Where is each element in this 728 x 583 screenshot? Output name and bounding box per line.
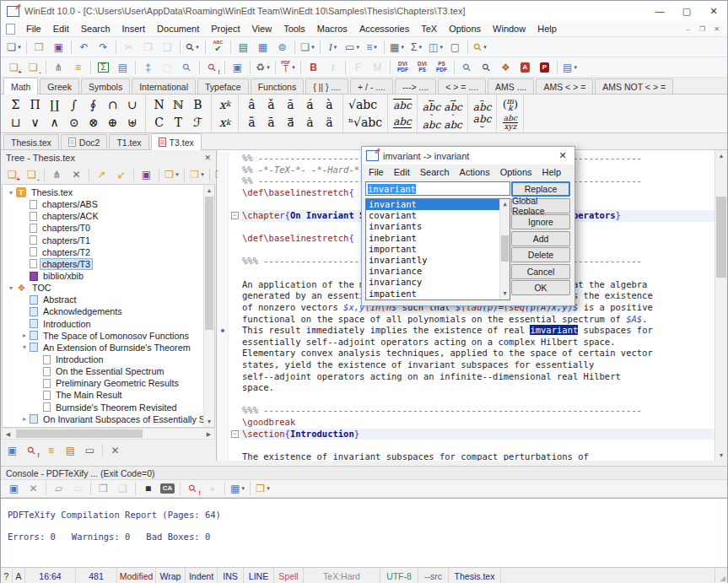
wrap-flag[interactable]: Wrap: [156, 568, 186, 583]
tree-item[interactable]: chapters/T0: [3, 222, 203, 234]
scroll-down-icon[interactable]: ▼: [715, 450, 727, 461]
scroll-down-icon[interactable]: ▼: [500, 289, 510, 300]
tree-horizontal-scrollbar[interactable]: ◀ ▶: [2, 428, 215, 440]
insert-list-button[interactable]: ≡▾: [363, 39, 380, 56]
tree-item[interactable]: ▸On Invariant Subspaces of Essentially S…: [3, 413, 203, 425]
editor-line[interactable]: ◆This result immediately implies the exi…: [218, 325, 715, 337]
panel-gather-button[interactable]: ≡: [42, 442, 60, 459]
symbol-button[interactable]: ã: [242, 116, 262, 128]
tree-remove-document-button[interactable]: ❏-: [23, 166, 40, 183]
menu-edit[interactable]: Edit: [47, 21, 75, 36]
save-button[interactable]: ▣: [50, 39, 67, 56]
tree-item[interactable]: Introduction: [3, 318, 203, 330]
replacement-input[interactable]: invariant: [365, 181, 510, 196]
symbol-button[interactable]: ä: [320, 116, 339, 128]
chevron-right-icon[interactable]: ▸: [19, 332, 30, 339]
tree-item[interactable]: chapters/T1: [3, 235, 203, 246]
symbol-button[interactable]: ∐: [45, 99, 64, 111]
tex-mode[interactable]: TeX:Hard: [304, 568, 380, 583]
texify-button[interactable]: Σ: [94, 59, 112, 76]
editor-line[interactable]: space.: [218, 382, 715, 394]
panel-graphics-button[interactable]: ▤: [62, 442, 79, 459]
editor-line[interactable]: [218, 394, 715, 406]
symbol-button[interactable]: ˆabc: [442, 116, 464, 129]
insert-matrix-button[interactable]: ▦▾: [388, 39, 406, 56]
symbol-button[interactable]: xk: [215, 99, 235, 111]
caret-position[interactable]: 16:64: [25, 568, 76, 583]
tree-vertical-scrollbar[interactable]: ▲ ▼: [203, 185, 214, 427]
graphics-options-dropdown-icon[interactable]: ▾: [574, 64, 577, 71]
editor-line[interactable]: The existence of invariant subspaces for…: [218, 451, 715, 461]
suggestion-scroll-thumb[interactable]: [501, 235, 509, 262]
console-folder-button[interactable]: ❒▾: [254, 480, 272, 497]
symbol-tab-8[interactable]: + / - ....: [350, 78, 393, 94]
make-index-button[interactable]: ‡: [139, 59, 157, 76]
suggestion-item[interactable]: invariance: [366, 266, 510, 277]
tree-item[interactable]: ▸The Space of Lomonosov Functions: [3, 330, 203, 342]
insert-environment-button[interactable]: ▭▾: [343, 39, 361, 56]
italic-button[interactable]: I: [324, 59, 342, 76]
tree-expand-all-button[interactable]: ↗: [93, 166, 111, 183]
suggestion-item[interactable]: inebriant: [366, 233, 510, 244]
symbol-button[interactable]: Π: [25, 99, 45, 111]
document-mode-button[interactable]: ❏▾: [299, 39, 316, 56]
symbol-tab-11[interactable]: AMS ....: [488, 78, 534, 94]
add-button[interactable]: Add: [511, 231, 570, 246]
chevron-right-icon[interactable]: ▸: [19, 415, 30, 423]
panel-preview-button[interactable]: ▣: [3, 442, 21, 459]
footnote-button[interactable]: F: [349, 59, 367, 76]
mdi-restore-button[interactable]: ❐: [695, 25, 709, 33]
tree-item[interactable]: chapters/ACK: [3, 210, 203, 222]
tree-item[interactable]: Preliminary Geometric Results: [3, 377, 203, 389]
replace-button[interactable]: Replace: [511, 181, 570, 197]
scroll-right-icon[interactable]: ▶: [203, 429, 214, 439]
document-mode-dropdown-icon[interactable]: ▾: [311, 44, 315, 51]
search-project-button[interactable]: ⚲▾: [472, 39, 489, 56]
dialog-menu-actions[interactable]: Actions: [455, 165, 495, 180]
tree-delete-button[interactable]: ✕: [67, 166, 85, 183]
menu-tools[interactable]: Tools: [278, 21, 311, 36]
doc-tab-t1-tex[interactable]: T1.tex: [109, 134, 148, 149]
src-flag[interactable]: --src: [418, 568, 449, 583]
mdi-close-button[interactable]: ✕: [709, 25, 724, 33]
tree-item[interactable]: ▾❖TOC: [3, 282, 203, 294]
console-clear-all-button[interactable]: ▱: [69, 480, 87, 497]
resize-grip[interactable]: ◢: [715, 568, 727, 583]
modified-flag[interactable]: Modified: [117, 568, 156, 583]
symbol-button[interactable]: à: [320, 99, 339, 111]
indent-flag[interactable]: Indent: [186, 568, 218, 583]
symbol-button[interactable]: á: [300, 99, 320, 111]
insert-ref-button[interactable]: ◫▾: [427, 39, 445, 56]
symbol-button[interactable]: a⃗: [281, 116, 300, 128]
symbol-button[interactable]: ă: [281, 99, 300, 111]
editor-line[interactable]: functional on the space of all polynomia…: [218, 314, 715, 326]
editor-line[interactable]: self--adjoint operators acting on an inf…: [218, 371, 715, 383]
symbol-button[interactable]: ⊎: [122, 116, 142, 128]
encoding[interactable]: UTF-8: [380, 568, 418, 583]
menu-accessories[interactable]: Accessories: [353, 21, 415, 36]
menu-window[interactable]: Window: [487, 21, 531, 36]
text-style-button[interactable]: I▾: [324, 39, 342, 56]
line-mode[interactable]: LINE: [244, 568, 274, 583]
tree-hscroll-thumb[interactable]: [16, 429, 143, 438]
editor-line[interactable]: essentially self--adjoint operators acti…: [218, 337, 715, 348]
suggestion-item[interactable]: covariant: [366, 210, 510, 221]
mdi-minimize-button[interactable]: ‒: [681, 25, 695, 33]
symbol-tab-12[interactable]: AMS < > =: [536, 78, 593, 94]
dvi-to-ps-button[interactable]: DVIPS: [413, 59, 431, 76]
tree-item[interactable]: On the Essential Spectrum: [3, 365, 203, 377]
tree-scroll-thumb[interactable]: [205, 197, 213, 330]
symbol-button[interactable]: ∪: [122, 99, 142, 111]
symbol-button[interactable]: ℱ: [188, 116, 208, 128]
menu-view[interactable]: View: [245, 21, 278, 36]
menu-options[interactable]: Options: [443, 21, 487, 36]
dialog-menu-file[interactable]: File: [364, 165, 389, 180]
symbol-tab-7[interactable]: { || } ....: [305, 78, 348, 94]
tree-open-project-button[interactable]: ❒▾: [163, 166, 181, 183]
console-find-errors-button[interactable]: ⚲!: [184, 480, 202, 497]
dialog-menu-help[interactable]: Help: [537, 165, 567, 180]
symbol-tab-3[interactable]: Symbols: [81, 78, 130, 94]
symbol-tab-6[interactable]: Functions: [251, 78, 305, 94]
symbol-button[interactable]: ∧: [45, 116, 64, 128]
close-button[interactable]: ✕: [700, 1, 727, 21]
